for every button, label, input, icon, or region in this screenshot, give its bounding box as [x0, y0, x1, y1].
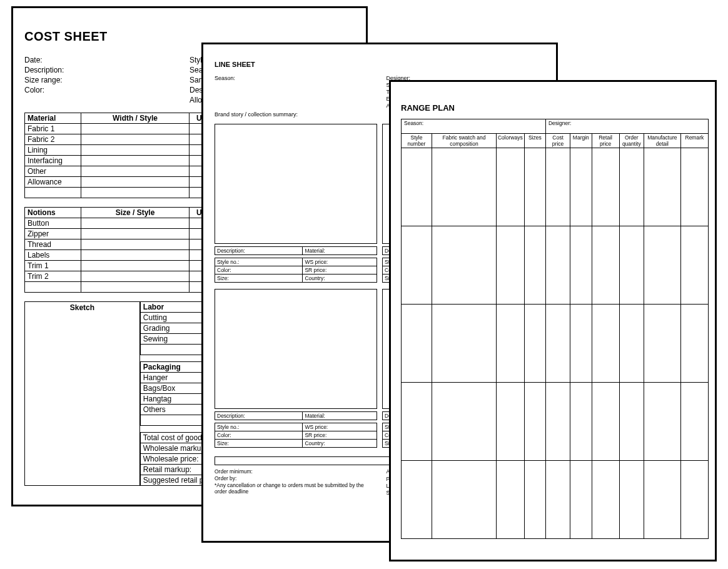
cell: [81, 177, 190, 188]
cost-sheet-title: COST SHEET: [24, 29, 355, 44]
range-cell: [402, 461, 432, 539]
line-footer_left: Order minimum:: [215, 468, 373, 475]
range-cell: [619, 226, 644, 305]
cell: Fabric 2: [25, 134, 81, 145]
range-cell: [680, 305, 708, 383]
card-field: Size:: [215, 440, 303, 448]
col-header: Notions: [25, 208, 81, 218]
range-cell: [592, 226, 619, 305]
cell: [81, 166, 190, 177]
cell: Fabric 1: [25, 124, 81, 134]
range-cell: [680, 226, 708, 305]
cell: [25, 188, 81, 198]
card-field: Color:: [215, 266, 303, 274]
cell: [81, 124, 190, 134]
range-cell: [680, 383, 708, 461]
cell: [25, 282, 81, 293]
sketch-header: Sketch: [25, 302, 139, 313]
range-col-header: Colorways: [496, 134, 524, 148]
range-plan-table: Season:Designer:Style numberFabric swatc…: [401, 119, 709, 539]
range-col-header: Fabric swatch and composition: [432, 134, 497, 148]
range-cell: [496, 226, 524, 305]
line-meta_left: Season:: [215, 74, 373, 81]
cost-meta_left: Description:: [24, 65, 190, 75]
range-designer-label: Designer:: [545, 119, 708, 134]
range-cell: [619, 148, 644, 226]
product-card: Description:Material:Style no.:WS price:…: [215, 289, 377, 448]
range-cell: [644, 305, 680, 383]
range-cell: [496, 461, 524, 539]
card-field: WS price:: [303, 423, 377, 431]
cell: Trim 1: [25, 261, 81, 271]
product-image-box: [215, 124, 377, 244]
card-field: Country:: [303, 440, 377, 448]
cell: Labels: [25, 250, 81, 261]
range-cell: [545, 461, 570, 539]
col-header: Material: [25, 113, 81, 124]
range-cell: [680, 461, 708, 539]
range-cell: [496, 148, 524, 226]
range-cell: [619, 383, 644, 461]
range-cell: [432, 148, 497, 226]
card-field: Description:: [215, 412, 303, 420]
range-cell: [545, 226, 570, 305]
range-cell: [592, 383, 619, 461]
range-cell: [619, 461, 644, 539]
range-cell: [524, 226, 545, 305]
cell: [81, 188, 190, 198]
range-cell: [570, 226, 592, 305]
range-cell: [570, 461, 592, 539]
cost-meta_left: Color:: [24, 85, 190, 95]
cell: [81, 250, 190, 261]
range-cell: [524, 383, 545, 461]
product-card: Description:Material:Style no.:WS price:…: [215, 124, 377, 283]
range-cell: [524, 148, 545, 226]
range-cell: [496, 383, 524, 461]
range-col-header: Style number: [402, 134, 432, 148]
range-cell: [524, 461, 545, 539]
cell: [81, 156, 190, 166]
range-col-header: Sizes: [524, 134, 545, 148]
line-sheet-title: LINE SHEET: [215, 61, 545, 68]
card-field: Country:: [303, 274, 377, 283]
range-col-header: Margin: [570, 134, 592, 148]
range-cell: [570, 305, 592, 383]
cell: Zipper: [25, 229, 81, 239]
range-cell: [545, 383, 570, 461]
col-header: Size / Style: [81, 208, 190, 218]
card-field: Size:: [215, 274, 303, 283]
range-cell: [545, 148, 570, 226]
range-cell: [644, 148, 680, 226]
range-cell: [402, 305, 432, 383]
range-cell: [619, 305, 644, 383]
range-col-header: Order quantity: [619, 134, 644, 148]
range-col-header: Remark: [680, 134, 708, 148]
range-cell: [592, 148, 619, 226]
range-season-label: Season:: [402, 119, 546, 134]
cell: [81, 261, 190, 271]
range-cell: [524, 305, 545, 383]
range-cell: [644, 226, 680, 305]
cell: [81, 229, 190, 239]
range-cell: [570, 383, 592, 461]
card-field: Style no.:: [215, 423, 303, 431]
range-cell: [545, 305, 570, 383]
card-field: Material:: [303, 247, 377, 255]
line-footer_left: Order by:: [215, 475, 373, 481]
cell: Interfacing: [25, 156, 81, 166]
range-cell: [432, 461, 497, 539]
range-col-header: Cost price: [545, 134, 570, 148]
range-col-header: Manufacture detail: [644, 134, 680, 148]
cell: [81, 271, 190, 282]
range-cell: [570, 148, 592, 226]
range-cell: [644, 383, 680, 461]
cell: Lining: [25, 145, 81, 156]
cell: [81, 239, 190, 250]
range-cell: [592, 305, 619, 383]
card-field: Color:: [215, 431, 303, 440]
card-field: SR price:: [303, 266, 377, 274]
card-field: WS price:: [303, 258, 377, 266]
cell: [81, 282, 190, 293]
card-field: Description:: [215, 247, 303, 255]
cost-meta_left: Date:: [24, 55, 190, 65]
